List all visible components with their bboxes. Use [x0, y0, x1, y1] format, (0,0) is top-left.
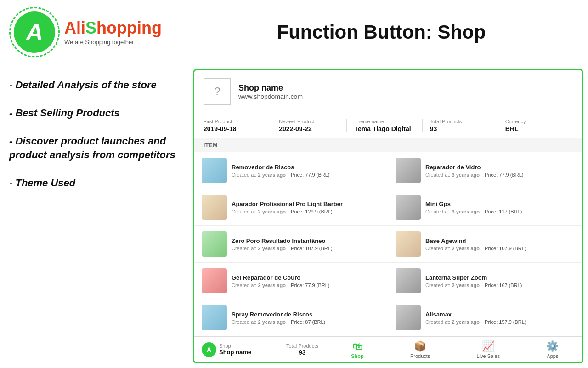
stat-currency-value: BRL: [505, 125, 565, 132]
stat-newest-product: Newest Product 2022-09-22: [271, 119, 347, 132]
feature-bullet-4: - Theme Used: [9, 176, 184, 190]
product-item[interactable]: Alisamax Created at: 2 years ago Price: …: [388, 299, 582, 336]
product-thumbnail: [396, 158, 421, 183]
shop-domain: www.shopdomain.com: [238, 93, 303, 100]
nav-icon: 🛍: [352, 340, 362, 352]
stat-total-products: Total Products 93: [423, 119, 498, 132]
bottom-nav-shop-info: Shop Shop name: [219, 343, 251, 356]
logo-area: A AliShopping We are Shopping together: [9, 7, 184, 58]
product-meta: Created at: 2 years ago Price: 77.9 (BRL…: [232, 172, 380, 178]
product-item[interactable]: Spray Removedor de Riscos Created at: 2 …: [194, 299, 388, 336]
stat-first-product: First Product 2019-09-18: [204, 119, 271, 132]
product-created-label: Created at: 2 years ago: [232, 246, 286, 251]
product-price: Price: 77.9 (BRL): [485, 172, 523, 178]
product-meta: Created at: 2 years ago Price: 129.9 (BR…: [232, 209, 380, 214]
product-thumbnail: [202, 231, 227, 257]
product-price: Price: 107.9 (BRL): [291, 246, 332, 251]
product-thumbnail: [396, 231, 421, 257]
product-info: Removedor de Riscos Created at: 2 years …: [232, 164, 380, 178]
product-thumb-image: [202, 158, 227, 183]
bottom-nav-shop-label: Shop: [219, 343, 251, 349]
bottom-nav-total-label: Total Products: [286, 343, 318, 349]
product-price: Price: 77.9 (BRL): [291, 282, 329, 288]
product-created-label: Created at: 3 years ago: [425, 209, 480, 214]
products-grid: Removedor de Riscos Created at: 2 years …: [194, 152, 582, 336]
product-info: Zero Poro Resultado Instantâneo Created …: [232, 237, 380, 251]
product-name: Spray Removedor de Riscos: [232, 311, 380, 318]
feature-bullet-3: - Discover product launches and product …: [9, 134, 184, 163]
logo-inner: A: [14, 12, 55, 53]
product-meta: Created at: 3 years ago Price: 77.9 (BRL…: [425, 172, 575, 178]
product-price: Price: 167 (BRL): [485, 282, 522, 288]
product-thumb-image: [396, 231, 421, 257]
product-thumb-image: [396, 158, 421, 183]
nav-label: Apps: [547, 353, 558, 359]
brand-tagline: We are Shopping together: [64, 39, 162, 46]
product-created-label: Created at: 2 years ago: [232, 209, 286, 214]
bottom-nav-logo-letter: A: [207, 346, 211, 353]
product-item[interactable]: Zero Poro Resultado Instantâneo Created …: [194, 226, 388, 263]
bottom-nav-brand: A Shop Shop name: [194, 342, 277, 357]
product-thumb-image: [396, 195, 421, 220]
product-item[interactable]: Mini Gps Created at: 3 years ago Price: …: [388, 189, 582, 226]
app-screenshot: ? Shop name www.shopdomain.com First Pro…: [193, 69, 583, 363]
shop-name: Shop name: [238, 83, 303, 93]
product-thumbnail: [396, 305, 421, 330]
product-created-label: Created at: 3 years ago: [425, 172, 480, 178]
product-name: Mini Gps: [425, 201, 575, 207]
product-name: Base Agewind: [425, 237, 575, 244]
shop-logo-question: ?: [214, 85, 220, 98]
nav-label: Live Sales: [476, 353, 500, 359]
brand-s: S: [85, 18, 96, 37]
product-item[interactable]: Removedor de Riscos Created at: 2 years …: [194, 152, 388, 189]
product-created-label: Created at: 2 years ago: [425, 282, 480, 288]
logo-circle: A: [9, 7, 60, 58]
product-meta: Created at: 2 years ago Price: 87 (BRL): [232, 319, 380, 325]
product-meta: Created at: 2 years ago Price: 167 (BRL): [425, 282, 575, 288]
stat-currency-label: Currency: [505, 119, 565, 124]
product-item[interactable]: Aparador Profissional Pro Light Barber C…: [194, 189, 388, 226]
product-info: Alisamax Created at: 2 years ago Price: …: [425, 311, 575, 325]
product-thumb-image: [202, 195, 227, 220]
product-meta: Created at: 2 years ago Price: 77.9 (BRL…: [232, 282, 380, 288]
product-name: Alisamax: [425, 311, 575, 318]
left-panel: - Detailed Analysis of the store - Best …: [0, 64, 193, 368]
product-info: Gel Reparador de Couro Created at: 2 yea…: [232, 274, 380, 288]
product-info: Reparador de Vidro Created at: 3 years a…: [425, 164, 575, 178]
bottom-nav-total: Total Products 93: [277, 343, 328, 356]
stat-newest-product-label: Newest Product: [279, 119, 339, 124]
product-price: Price: 107.9 (BRL): [485, 246, 526, 251]
nav-item-shop[interactable]: 🛍 Shop: [342, 339, 373, 361]
stat-theme-name-value: Tema Tiago Digital: [354, 125, 414, 132]
nav-item-live-sales[interactable]: 📈 Live Sales: [467, 339, 509, 361]
product-meta: Created at: 2 years ago Price: 107.9 (BR…: [232, 246, 380, 251]
bottom-nav: A Shop Shop name Total Products 93 🛍 Sho…: [194, 336, 582, 362]
product-thumbnail: [202, 268, 227, 293]
nav-icon: 📈: [482, 340, 494, 352]
nav-item-apps[interactable]: ⚙️ Apps: [537, 339, 568, 361]
nav-label: Products: [410, 353, 430, 359]
stat-total-products-label: Total Products: [430, 119, 490, 124]
product-info: Lanterna Super Zoom Created at: 2 years …: [425, 274, 575, 288]
product-name: Removedor de Riscos: [232, 164, 380, 171]
product-info: Mini Gps Created at: 3 years ago Price: …: [425, 201, 575, 214]
nav-item-products[interactable]: 📦 Products: [401, 339, 439, 361]
product-created-label: Created at: 2 years ago: [232, 282, 286, 288]
shop-logo-placeholder: ?: [204, 78, 231, 105]
product-thumbnail: [202, 305, 227, 330]
page-title: Function Button: Shop: [184, 21, 579, 43]
stat-first-product-value: 2019-09-18: [204, 125, 264, 132]
product-item[interactable]: Lanterna Super Zoom Created at: 2 years …: [388, 263, 582, 299]
nav-icon: 📦: [414, 340, 426, 352]
brand-hopping: hopping: [96, 18, 162, 37]
stat-theme-name-label: Theme name: [354, 119, 414, 124]
product-price: Price: 87 (BRL): [291, 319, 325, 325]
product-price: Price: 157.9 (BRL): [485, 319, 526, 325]
product-item[interactable]: Gel Reparador de Couro Created at: 2 yea…: [194, 263, 388, 299]
stat-newest-product-value: 2022-09-22: [279, 125, 339, 132]
product-item[interactable]: Reparador de Vidro Created at: 3 years a…: [388, 152, 582, 189]
bottom-nav-items: 🛍 Shop 📦 Products 📈 Live Sales ⚙️ Apps: [328, 339, 582, 361]
product-item[interactable]: Base Agewind Created at: 2 years ago Pri…: [388, 226, 582, 263]
product-price: Price: 77.9 (BRL): [291, 172, 329, 178]
product-created-label: Created at: 2 years ago: [425, 319, 480, 325]
